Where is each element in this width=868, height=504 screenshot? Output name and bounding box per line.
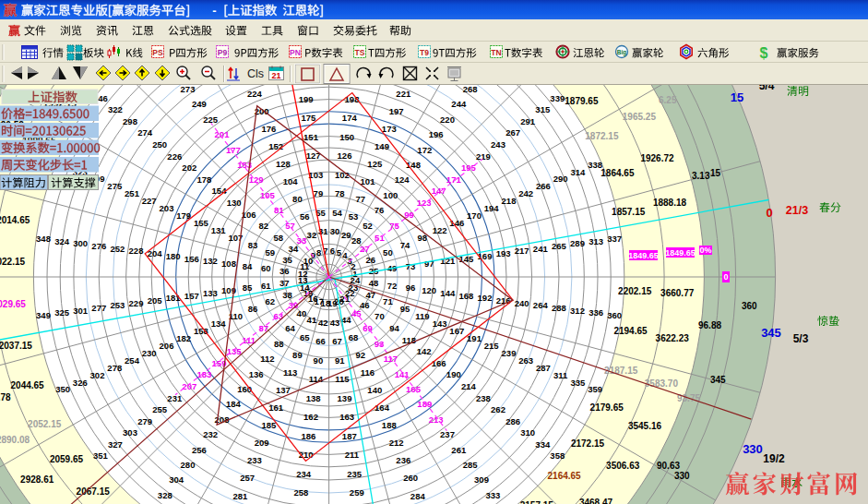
svg-text:80: 80	[292, 194, 303, 204]
svg-text:67: 67	[332, 336, 342, 346]
svg-text:119: 119	[415, 311, 429, 321]
svg-text:108: 108	[221, 258, 236, 269]
svg-text:322: 322	[108, 104, 123, 114]
svg-text:0%: 0%	[699, 246, 711, 255]
svg-text:62: 62	[266, 296, 276, 306]
svg-text:174: 174	[342, 113, 358, 123]
svg-text:337: 337	[607, 234, 622, 244]
svg-text:218: 218	[502, 196, 517, 206]
svg-text:19/2: 19/2	[763, 452, 785, 465]
svg-text:2037.15: 2037.15	[0, 341, 32, 351]
svg-text:232: 232	[203, 429, 218, 439]
svg-text:173: 173	[382, 124, 397, 134]
svg-text:154: 154	[212, 186, 228, 196]
svg-text:52: 52	[363, 221, 373, 231]
svg-text:115: 115	[335, 374, 350, 384]
svg-text:125: 125	[367, 159, 383, 169]
svg-text:225: 225	[203, 114, 219, 125]
svg-text:128: 128	[276, 159, 291, 169]
svg-text:82: 82	[258, 221, 268, 231]
svg-text:2164.65: 2164.65	[548, 471, 582, 481]
svg-text:1872.15: 1872.15	[585, 131, 619, 141]
svg-text:42: 42	[318, 318, 328, 328]
svg-text:-: -	[212, 4, 216, 18]
svg-text:301: 301	[73, 306, 89, 316]
svg-text:123: 123	[417, 198, 432, 208]
svg-text:205: 205	[148, 295, 163, 306]
svg-text:2890.08: 2890.08	[0, 435, 30, 445]
svg-text:43: 43	[330, 318, 340, 328]
svg-text:211: 211	[345, 450, 360, 460]
svg-text:345: 345	[761, 326, 781, 340]
svg-text:178: 178	[196, 174, 211, 185]
svg-text:252: 252	[110, 244, 125, 254]
svg-text:78: 78	[335, 188, 345, 198]
svg-text:86: 86	[248, 304, 258, 314]
svg-text:349: 349	[36, 310, 51, 320]
svg-text:229: 229	[129, 298, 144, 308]
svg-text:327: 327	[108, 439, 123, 450]
svg-text:197: 197	[389, 106, 404, 116]
svg-text:276: 276	[91, 241, 106, 251]
svg-text:88: 88	[274, 339, 284, 349]
svg-text:5/3: 5/3	[793, 332, 809, 345]
svg-text:15: 15	[731, 90, 743, 104]
svg-text:P9: P9	[218, 48, 228, 57]
svg-text:217: 217	[515, 246, 529, 256]
svg-text:6.25: 6.25	[659, 95, 677, 105]
svg-text:165: 165	[406, 384, 422, 394]
svg-text:76: 76	[375, 205, 385, 215]
svg-text:279: 279	[137, 416, 152, 426]
svg-text:100: 100	[383, 190, 398, 200]
svg-text:Big: Big	[617, 49, 627, 56]
svg-text:253: 253	[110, 300, 125, 310]
svg-text:70: 70	[375, 311, 385, 321]
svg-text:167: 167	[449, 326, 464, 336]
svg-text:196: 196	[429, 129, 444, 139]
svg-text:35: 35	[282, 255, 292, 265]
svg-text:96.88: 96.88	[698, 320, 721, 330]
svg-text:242: 242	[518, 188, 533, 198]
svg-text:202: 202	[182, 162, 196, 173]
svg-text:184: 184	[226, 399, 242, 409]
svg-text:133: 133	[203, 288, 218, 298]
svg-text:266: 266	[536, 181, 551, 191]
svg-text:152: 152	[268, 141, 283, 151]
svg-text:81: 81	[274, 205, 284, 215]
svg-text:1849.65: 1849.65	[628, 251, 659, 260]
svg-text:360: 360	[607, 310, 622, 320]
svg-text:TN: TN	[491, 48, 501, 57]
svg-text:289: 289	[570, 238, 585, 248]
svg-text:155: 155	[194, 218, 209, 228]
svg-text:77: 77	[356, 194, 366, 204]
svg-text:243: 243	[491, 139, 505, 150]
svg-text:124: 124	[395, 174, 410, 185]
svg-text:2157.15: 2157.15	[520, 500, 554, 504]
svg-text:1864.65: 1864.65	[600, 168, 635, 178]
svg-text:120: 120	[422, 285, 436, 295]
svg-text:68: 68	[349, 332, 359, 342]
svg-text:214: 214	[461, 381, 477, 391]
svg-text:230: 230	[142, 348, 157, 358]
svg-text:97: 97	[424, 258, 434, 269]
svg-text:164: 164	[375, 402, 390, 413]
svg-text:21: 21	[271, 71, 280, 80]
svg-text:0: 0	[766, 206, 772, 220]
svg-text:219: 219	[476, 151, 491, 162]
svg-text:360: 360	[742, 301, 757, 311]
svg-text:T9: T9	[420, 48, 429, 57]
svg-text:231: 231	[167, 393, 183, 403]
svg-text:146: 146	[449, 218, 464, 228]
svg-text:212: 212	[389, 438, 404, 448]
svg-text:209: 209	[255, 438, 269, 448]
svg-text:2029.65: 2029.65	[0, 299, 26, 309]
svg-text:135: 135	[227, 346, 243, 356]
svg-text:358: 358	[550, 450, 565, 461]
svg-text:8: 8	[316, 247, 321, 258]
svg-text:163: 163	[339, 412, 354, 422]
svg-text:117: 117	[384, 354, 398, 364]
svg-text:3.13: 3.13	[692, 171, 710, 181]
svg-text:3468.47: 3468.47	[579, 498, 613, 504]
svg-text:101: 101	[361, 176, 376, 186]
svg-text:2014.65: 2014.65	[0, 215, 30, 225]
